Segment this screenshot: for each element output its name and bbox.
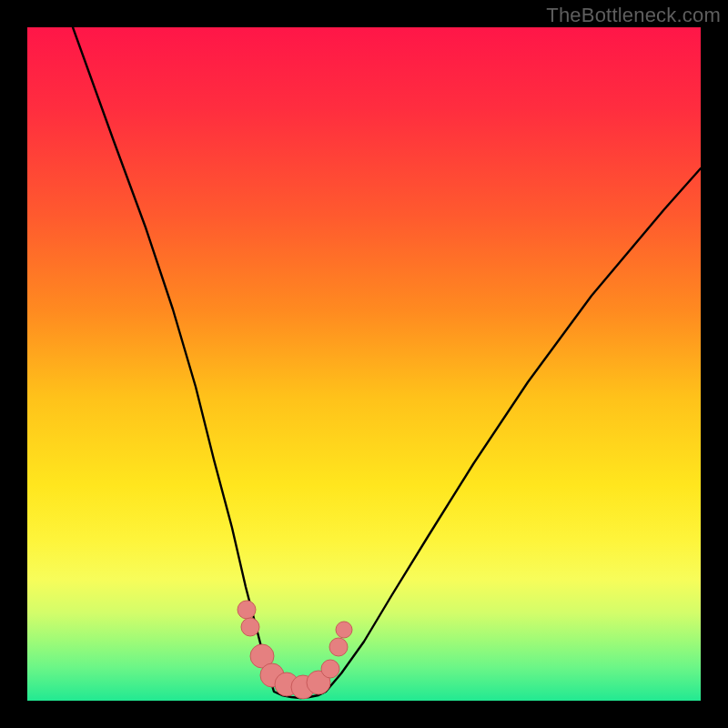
curve-marker	[260, 663, 284, 687]
curve-marker	[321, 660, 339, 678]
curve-marker	[291, 675, 315, 699]
bottleneck-curve	[27, 27, 701, 701]
curve-markers	[238, 601, 352, 699]
attribution-label: TheBottleneck.com	[546, 4, 721, 27]
gradient-plot-area	[27, 27, 701, 701]
curve-marker	[241, 618, 259, 636]
curve-marker	[336, 622, 352, 638]
curve-marker	[307, 671, 330, 694]
curve-marker	[275, 672, 298, 696]
curve-marker	[238, 601, 256, 619]
chart-stage: TheBottleneck.com	[0, 0, 728, 728]
v-curve-path	[73, 27, 701, 698]
curve-marker	[250, 644, 274, 668]
curve-marker	[329, 638, 348, 656]
